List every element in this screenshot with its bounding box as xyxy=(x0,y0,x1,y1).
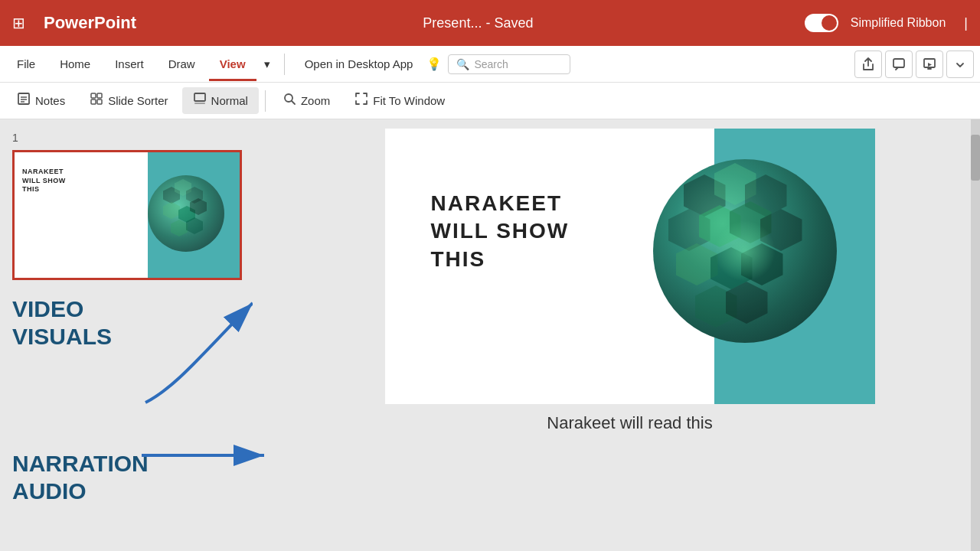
right-panel: NARAKEETWILL SHOWTHIS xyxy=(279,119,980,551)
menu-file[interactable]: File xyxy=(6,53,46,75)
normal-label: Normal xyxy=(211,94,248,107)
slide-sorter-icon xyxy=(90,92,103,109)
comment-button[interactable] xyxy=(885,51,913,78)
thumb-title: NARAKEETWILL SHOWTHIS xyxy=(22,168,99,194)
svg-line-13 xyxy=(292,101,295,104)
normal-icon xyxy=(193,92,207,109)
title-bar: ⊞ PowerPoint Present... - Saved Simplifi… xyxy=(0,0,980,46)
simplified-ribbon-label: Simplified Ribbon xyxy=(851,16,946,30)
svg-rect-8 xyxy=(91,99,96,104)
fit-to-window-button[interactable]: Fit To Window xyxy=(344,87,456,114)
main-hexagon-circle xyxy=(653,159,837,343)
file-title: Present... - Saved xyxy=(164,15,792,31)
left-panel: 1 NARAKEETWILL SHOWTHIS VIDEOVISUALS xyxy=(0,119,279,551)
app-name: PowerPoint xyxy=(44,13,136,33)
svg-rect-2 xyxy=(18,93,29,104)
narration-arrow xyxy=(142,432,279,478)
slide-canvas[interactable]: NARAKEETWILL SHOWTHIS xyxy=(385,129,875,404)
menu-separator xyxy=(284,54,285,75)
svg-rect-6 xyxy=(91,93,96,98)
search-icon: 🔍 xyxy=(456,58,469,70)
fit-to-window-label: Fit To Window xyxy=(373,94,445,107)
normal-button[interactable]: Normal xyxy=(182,87,259,114)
slide-number: 1 xyxy=(12,132,267,144)
thumb-left-content: NARAKEETWILL SHOWTHIS xyxy=(22,168,99,194)
expand-button[interactable] xyxy=(946,51,974,78)
lightbulb-icon: 💡 xyxy=(426,57,442,71)
fit-to-window-icon xyxy=(354,92,368,109)
zoom-button[interactable]: Zoom xyxy=(272,87,341,114)
notes-content: Narakeet will read this xyxy=(547,413,712,432)
present-button[interactable] xyxy=(916,51,943,78)
share-button[interactable] xyxy=(854,51,882,78)
notes-text: Narakeet will read this xyxy=(385,413,875,433)
slide-sorter-label: Slide Sorter xyxy=(108,94,168,107)
menu-bar: File Home Insert Draw View ▾ Open in Des… xyxy=(0,46,980,83)
notes-label: Notes xyxy=(35,94,65,107)
simplified-ribbon-toggle[interactable] xyxy=(805,14,838,32)
waffle-icon[interactable]: ⊞ xyxy=(12,14,25,32)
menu-dropdown-icon[interactable]: ▾ xyxy=(260,53,275,76)
narration-audio-annotation: NARRATIONAUDIO xyxy=(12,450,149,505)
menu-draw[interactable]: Draw xyxy=(158,53,206,75)
search-placeholder: Search xyxy=(474,58,508,70)
open-desktop-label: Open in Desktop App xyxy=(305,57,413,70)
notes-icon xyxy=(17,92,31,109)
toolbar-right xyxy=(854,51,974,78)
menu-home[interactable]: Home xyxy=(49,53,101,75)
video-visuals-annotation: VIDEOVISUALS xyxy=(12,295,112,350)
menu-view[interactable]: View xyxy=(209,53,256,75)
zoom-icon xyxy=(283,92,296,109)
slide-title: NARAKEETWILL SHOWTHIS xyxy=(431,190,570,273)
slide-sorter-button[interactable]: Slide Sorter xyxy=(79,87,178,114)
notes-button[interactable]: Notes xyxy=(6,87,76,114)
svg-rect-7 xyxy=(97,93,102,98)
svg-rect-10 xyxy=(194,93,205,101)
svg-rect-1 xyxy=(924,59,935,67)
main-content: 1 NARAKEETWILL SHOWTHIS VIDEOVISUALS xyxy=(0,119,980,551)
menu-insert[interactable]: Insert xyxy=(104,53,155,75)
svg-rect-9 xyxy=(97,99,102,104)
toggle-knob xyxy=(822,15,837,31)
svg-rect-0 xyxy=(893,59,904,67)
view-separator xyxy=(265,90,266,112)
video-arrow xyxy=(100,288,253,425)
scrollbar[interactable] xyxy=(971,119,980,551)
zoom-label: Zoom xyxy=(301,94,330,107)
view-toolbar: Notes Slide Sorter Normal Zoom Fit To Wi… xyxy=(0,83,980,119)
open-desktop-button[interactable]: Open in Desktop App xyxy=(294,53,424,75)
svg-rect-11 xyxy=(194,103,205,104)
thumb-circle xyxy=(148,175,224,252)
search-box[interactable]: 🔍 Search xyxy=(448,54,570,74)
slide-thumbnail[interactable]: NARAKEETWILL SHOWTHIS xyxy=(12,150,242,280)
scrollbar-thumb[interactable] xyxy=(971,135,980,181)
